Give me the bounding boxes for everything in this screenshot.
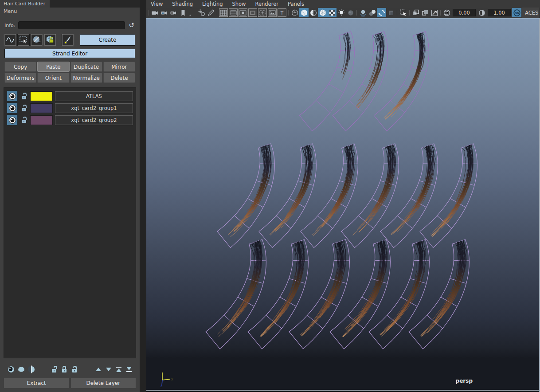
exposure-icon[interactable] (442, 8, 451, 17)
smooth-shade-icon[interactable] (299, 8, 309, 17)
layer-lock-icon[interactable] (20, 91, 28, 101)
menu-lighting[interactable]: Lighting (202, 1, 223, 7)
exposure-field[interactable]: 0.00 (453, 9, 476, 16)
textured-icon[interactable] (309, 8, 318, 17)
unlock-icon[interactable] (50, 365, 59, 374)
info-field[interactable] (18, 21, 125, 29)
multisample-aa-icon[interactable] (377, 8, 386, 17)
hair-card[interactable] (409, 239, 469, 349)
orient-button[interactable]: Orient (37, 73, 69, 83)
hair-card[interactable] (374, 31, 429, 131)
strand-editor-button[interactable]: Strand Editor (4, 49, 135, 58)
delete-button[interactable]: Delete (103, 73, 135, 83)
hair-card[interactable] (333, 31, 388, 131)
copy-button[interactable]: Copy (4, 62, 36, 72)
layer-color-swatch[interactable] (30, 115, 53, 125)
image-plane-icon[interactable] (268, 8, 277, 17)
grease-pencil-icon[interactable] (206, 8, 215, 17)
move-up-icon[interactable] (94, 365, 103, 374)
hud-icon[interactable]: T (278, 8, 286, 17)
lock-move-icon[interactable] (70, 365, 79, 374)
camera-lock-icon[interactable] (160, 8, 169, 17)
paint-effects-brush-icon[interactable] (188, 8, 197, 17)
layer-lock-icon[interactable] (20, 103, 28, 113)
hair-card[interactable] (341, 144, 399, 247)
motion-blur-icon[interactable] (368, 8, 377, 17)
paste-button[interactable]: Paste (37, 62, 69, 72)
ssao-icon[interactable] (358, 8, 368, 17)
marquee-select-icon[interactable] (18, 34, 29, 46)
eye-closed-icon[interactable] (16, 365, 26, 374)
gamma-field[interactable]: 1.00 (488, 9, 511, 16)
eye-half-icon[interactable] (27, 365, 36, 374)
xray-active-icon[interactable] (420, 8, 430, 17)
hair-card[interactable] (380, 144, 438, 247)
move-to-bottom-icon[interactable] (124, 365, 133, 374)
layer-name-field[interactable]: xgt_card2_group2 (55, 115, 133, 125)
menu-show[interactable]: Show (232, 1, 246, 7)
menu-shading[interactable]: Shading (172, 1, 193, 7)
strand-brush-icon[interactable] (62, 34, 74, 46)
eye-open-icon[interactable] (6, 365, 16, 374)
hair-card[interactable] (217, 144, 274, 247)
layer-visibility-icon[interactable] (7, 114, 18, 125)
delete-layer-button[interactable]: Delete Layer (70, 378, 137, 388)
viewport-canvas[interactable]: y x z persp (146, 19, 540, 392)
plugin-shading-icon[interactable] (430, 8, 439, 17)
layer-visibility-icon[interactable] (7, 102, 18, 114)
use-default-material-icon[interactable] (318, 8, 327, 17)
move-to-top-icon[interactable] (114, 365, 123, 374)
gamma-icon[interactable] (477, 8, 486, 17)
colorspace-label[interactable]: ACES 1.0 SDR-video (sR (522, 8, 539, 18)
shadows-icon[interactable] (346, 8, 355, 17)
hair-card[interactable] (300, 31, 355, 131)
create-button[interactable]: Create (80, 34, 135, 46)
tab-hair-card-builder[interactable]: Hair Card Builder (0, 0, 50, 8)
move-down-icon[interactable] (104, 365, 113, 374)
menu-renderer[interactable]: Renderer (255, 1, 279, 7)
extract-button[interactable]: Extract (4, 378, 70, 388)
sphere-disabled-icon[interactable] (31, 34, 43, 46)
gate-mask-icon[interactable] (248, 8, 257, 17)
layer-lock-icon[interactable] (20, 115, 28, 125)
bookmark-icon[interactable] (178, 8, 188, 17)
depth-peeling-icon[interactable] (386, 8, 395, 17)
layer-color-swatch[interactable] (30, 91, 53, 101)
field-chart-icon[interactable] (258, 8, 267, 17)
cube-lock-icon[interactable] (44, 34, 56, 46)
toolbar-grip (439, 9, 442, 16)
layer-display-controls (6, 363, 133, 376)
layer-name-field[interactable]: xgt_card2_group1 (55, 103, 133, 113)
camera-attributes-icon[interactable] (169, 8, 178, 17)
pan-zoom-icon[interactable] (197, 8, 206, 17)
duplicate-button[interactable]: Duplicate (70, 62, 102, 72)
layer-name-field[interactable]: ATLAS (55, 91, 133, 101)
mirror-button[interactable]: Mirror (103, 62, 135, 72)
film-gate-icon[interactable] (229, 8, 238, 17)
layer-color-swatch[interactable] (30, 103, 53, 113)
panel-divider[interactable] (140, 0, 146, 392)
refresh-icon[interactable]: ↺ (128, 22, 135, 29)
svg-text:z: z (160, 384, 162, 388)
deformers-button[interactable]: Deformers (4, 73, 36, 83)
panel-menu[interactable]: Menu (0, 8, 140, 15)
normalize-button[interactable]: Normalize (70, 73, 102, 83)
lights-icon[interactable] (337, 8, 346, 17)
grid-icon[interactable] (219, 8, 228, 17)
layer-visibility-icon[interactable] (7, 90, 18, 102)
wireframe-on-shaded-icon[interactable] (327, 8, 337, 17)
wireframe-icon[interactable] (290, 8, 299, 17)
lock-icon[interactable] (60, 365, 69, 374)
color-management-on-icon[interactable]: ON (512, 8, 521, 17)
hair-card-builder-panel: Hair Card Builder Menu Info: ↺ (0, 0, 140, 392)
menu-view[interactable]: View (151, 1, 163, 7)
isolate-select-icon[interactable] (399, 8, 408, 17)
curve-icon[interactable] (4, 34, 16, 46)
hair-card[interactable] (206, 239, 266, 349)
menu-panels[interactable]: Panels (288, 1, 304, 7)
camera-icon[interactable] (150, 8, 160, 17)
resolution-gate-icon[interactable] (239, 8, 247, 17)
hair-card[interactable] (289, 239, 349, 349)
xray-icon[interactable] (411, 8, 420, 17)
hair-card[interactable] (369, 239, 429, 349)
